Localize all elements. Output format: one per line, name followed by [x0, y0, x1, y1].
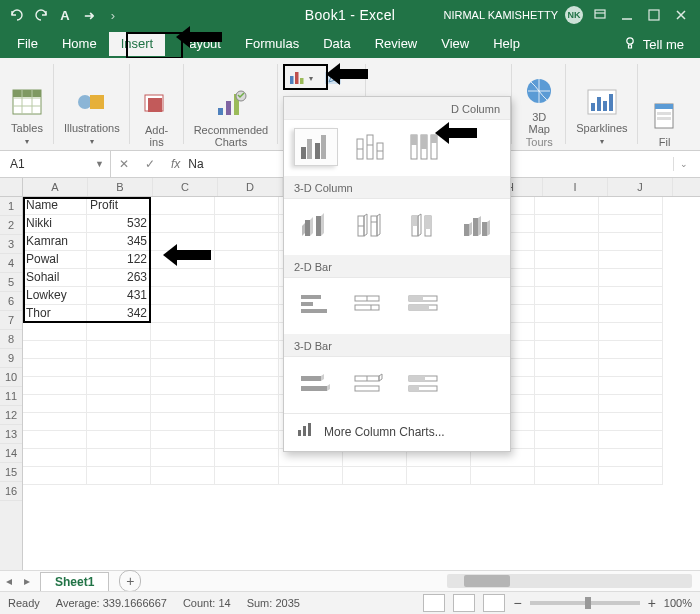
cell[interactable]: Lowkey	[23, 287, 87, 305]
tab-insert[interactable]: Insert	[109, 32, 166, 56]
cell[interactable]	[599, 197, 663, 215]
maximize-icon[interactable]	[644, 5, 664, 25]
cell[interactable]	[215, 449, 279, 467]
cell[interactable]	[215, 305, 279, 323]
cell[interactable]	[23, 341, 87, 359]
cell[interactable]	[151, 449, 215, 467]
column-header[interactable]: B	[88, 178, 153, 196]
3d-map-button[interactable]: 3D Map Tours	[518, 74, 560, 148]
cell[interactable]: Thor	[23, 305, 87, 323]
tab-view[interactable]: View	[429, 32, 481, 56]
3d-clustered-bar-button[interactable]	[294, 365, 338, 403]
cell[interactable]	[151, 305, 215, 323]
column-header[interactable]: J	[608, 178, 673, 196]
cell[interactable]	[599, 251, 663, 269]
cell[interactable]	[535, 467, 599, 485]
stacked-bar-button[interactable]	[348, 286, 392, 324]
tab-formulas[interactable]: Formulas	[233, 32, 311, 56]
cell[interactable]	[151, 251, 215, 269]
tab-nav-prev[interactable]: ◂	[0, 574, 18, 588]
cell[interactable]	[87, 413, 151, 431]
cell[interactable]	[599, 467, 663, 485]
cell[interactable]	[599, 323, 663, 341]
row-header[interactable]: 15	[0, 463, 22, 482]
zoom-value[interactable]: 100%	[664, 597, 692, 609]
cell[interactable]	[87, 431, 151, 449]
close-icon[interactable]	[671, 5, 691, 25]
minimize-icon[interactable]	[617, 5, 637, 25]
column-header[interactable]: D	[218, 178, 283, 196]
cell[interactable]	[87, 467, 151, 485]
row-header[interactable]: 11	[0, 387, 22, 406]
cell[interactable]	[215, 251, 279, 269]
cell[interactable]	[151, 467, 215, 485]
3d-column-button[interactable]	[456, 207, 500, 245]
cell[interactable]	[151, 215, 215, 233]
cell[interactable]	[535, 413, 599, 431]
clustered-bar-button[interactable]	[294, 286, 338, 324]
cell[interactable]	[151, 395, 215, 413]
3d-stacked-bar-button[interactable]	[348, 365, 392, 403]
qat-overflow-icon[interactable]: ›	[104, 6, 122, 24]
row-header[interactable]: 8	[0, 330, 22, 349]
cell[interactable]	[599, 341, 663, 359]
cell[interactable]	[535, 287, 599, 305]
cell[interactable]	[151, 233, 215, 251]
cell[interactable]	[279, 467, 343, 485]
cell[interactable]	[535, 269, 599, 287]
filters-button[interactable]: Fil	[644, 99, 686, 148]
clustered-column-button[interactable]	[294, 128, 338, 166]
cell[interactable]	[215, 323, 279, 341]
cell[interactable]: 345	[87, 233, 151, 251]
addins-button[interactable]: Add- ins	[136, 87, 178, 148]
cell[interactable]	[215, 359, 279, 377]
cell[interactable]	[87, 359, 151, 377]
row-header[interactable]: 6	[0, 292, 22, 311]
cell[interactable]: Kamran	[23, 233, 87, 251]
cell[interactable]: 122	[87, 251, 151, 269]
view-page-layout-button[interactable]	[453, 594, 475, 612]
cell[interactable]	[535, 431, 599, 449]
row-header[interactable]: 2	[0, 216, 22, 235]
zoom-slider[interactable]	[530, 601, 640, 605]
cell[interactable]	[23, 323, 87, 341]
row-header[interactable]: 14	[0, 444, 22, 463]
cell[interactable]	[151, 431, 215, 449]
cell[interactable]	[215, 287, 279, 305]
cell[interactable]	[151, 287, 215, 305]
cell[interactable]	[599, 287, 663, 305]
redo-icon[interactable]	[32, 6, 50, 24]
select-all-corner[interactable]	[0, 178, 23, 196]
tab-page-layout[interactable]: ayout	[165, 32, 233, 56]
cell[interactable]	[151, 323, 215, 341]
3d-stacked-column-button[interactable]	[348, 207, 392, 245]
row-header[interactable]: 1	[0, 197, 22, 216]
cell[interactable]	[599, 377, 663, 395]
cell[interactable]	[215, 215, 279, 233]
cell[interactable]	[87, 323, 151, 341]
tab-help[interactable]: Help	[481, 32, 532, 56]
tab-review[interactable]: Review	[363, 32, 430, 56]
cell[interactable]	[599, 449, 663, 467]
cell[interactable]	[215, 341, 279, 359]
cell[interactable]	[215, 413, 279, 431]
cell[interactable]: 263	[87, 269, 151, 287]
cell[interactable]: 431	[87, 287, 151, 305]
row-header[interactable]: 12	[0, 406, 22, 425]
view-page-break-button[interactable]	[483, 594, 505, 612]
cell[interactable]	[599, 395, 663, 413]
recommended-charts-button[interactable]: Recommended Charts	[190, 87, 273, 148]
arrow-icon[interactable]: ➜	[80, 6, 98, 24]
avatar[interactable]: NK	[565, 6, 583, 24]
100stacked-column-button[interactable]	[402, 128, 446, 166]
cell[interactable]	[535, 395, 599, 413]
cell[interactable]	[151, 377, 215, 395]
cell[interactable]	[535, 449, 599, 467]
illustrations-button[interactable]: Illustrations▾	[60, 85, 124, 148]
cell[interactable]	[215, 233, 279, 251]
cell[interactable]	[87, 341, 151, 359]
cell[interactable]	[87, 377, 151, 395]
cell[interactable]	[535, 359, 599, 377]
tab-nav-next[interactable]: ▸	[18, 574, 36, 588]
cell[interactable]	[23, 467, 87, 485]
